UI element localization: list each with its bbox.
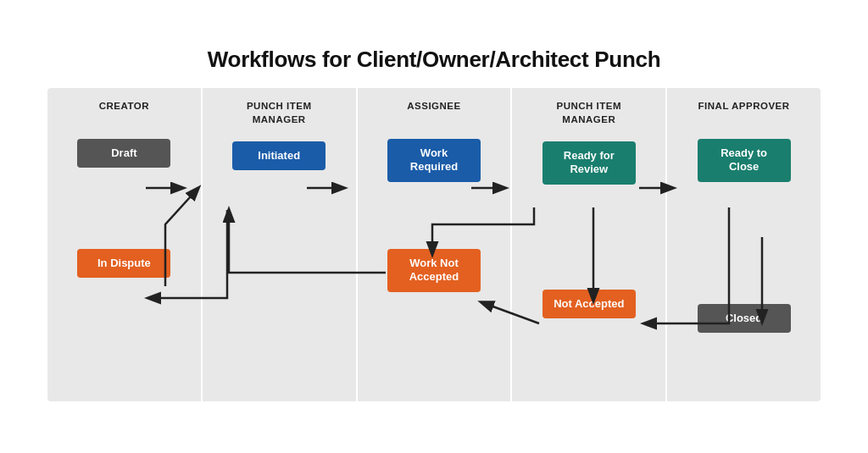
box-ready-to-close: Ready to Close	[698, 139, 791, 182]
lane-creator-content: Draft In Dispute	[54, 139, 194, 389]
lane-pim2-title: PUNCH ITEMMANAGER	[557, 100, 622, 126]
main-container: Workflows for Client/Owner/Architect Pun…	[27, 31, 841, 422]
box-work-not-accepted: Work Not Accepted	[387, 249, 481, 292]
lane-assignee-content: Work Required Work Not Accepted	[364, 139, 504, 389]
lane-final-approver-content: Ready to Close Closed	[674, 139, 814, 389]
lane-creator: CREATOR Draft In Dispute	[47, 88, 201, 401]
lane-final-approver-title: FINAL APPROVER	[698, 100, 790, 124]
lane-creator-title: CREATOR	[99, 100, 149, 124]
box-draft: Draft	[77, 139, 170, 168]
lane-assignee-title: ASSIGNEE	[407, 100, 460, 124]
box-in-dispute: In Dispute	[77, 249, 170, 278]
page-title: Workflows for Client/Owner/Architect Pun…	[47, 47, 821, 73]
lane-pim1: PUNCH ITEMMANAGER Initiated	[201, 88, 356, 401]
lane-pim2: PUNCH ITEMMANAGER Ready for Review Not A…	[510, 88, 665, 401]
box-work-required: Work Required	[387, 139, 481, 182]
lane-assignee: ASSIGNEE Work Required Work Not Accepted	[356, 88, 511, 401]
lane-pim1-content: Initiated	[209, 141, 349, 389]
box-closed: Closed	[698, 304, 791, 333]
box-initiated: Initiated	[232, 141, 326, 170]
box-not-accepted: Not Accepted	[542, 290, 636, 318]
lane-pim2-content: Ready for Review Not Accepted	[519, 141, 659, 389]
workflow-diagram: CREATOR Draft In Dispute PUNCH ITEMMANAG…	[47, 88, 821, 401]
box-ready-for-review: Ready for Review	[542, 141, 636, 185]
lane-pim1-title: PUNCH ITEMMANAGER	[247, 100, 312, 126]
lane-final-approver: FINAL APPROVER Ready to Close Closed	[665, 88, 821, 401]
